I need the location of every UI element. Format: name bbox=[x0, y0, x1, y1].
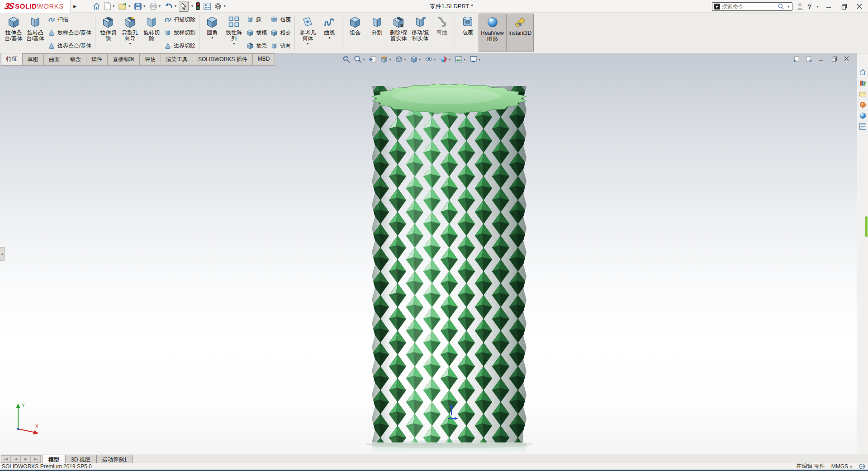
wrap-button-2[interactable]: 包覆 bbox=[457, 14, 479, 52]
first-tab-button[interactable]: |◀ bbox=[1, 455, 11, 463]
tab-sheet-metal[interactable]: 钣金 bbox=[65, 53, 86, 66]
close-button[interactable] bbox=[854, 1, 865, 11]
graphics-area[interactable]: 特征 草图 曲面 钣金 焊件 直接编辑 评估 渲染工具 SOLIDWORKS 插… bbox=[0, 53, 868, 454]
previous-tab-button[interactable]: ◀ bbox=[11, 455, 21, 463]
save-button[interactable]: ▼ bbox=[133, 1, 147, 12]
tab-motion-study-1[interactable]: 运动算例1 bbox=[96, 455, 133, 463]
hide-show-items-button[interactable]: ▼ bbox=[424, 54, 437, 64]
tab-direct-editing[interactable]: 直接编辑 bbox=[108, 53, 140, 66]
tab-model[interactable]: 模型 bbox=[43, 455, 65, 463]
revolved-cut-button[interactable]: 旋转切除 bbox=[141, 14, 162, 52]
user-login-icon[interactable] bbox=[796, 2, 804, 10]
globe-status-icon[interactable] bbox=[859, 463, 865, 470]
tab-render-tools[interactable]: 渲染工具 bbox=[161, 53, 193, 66]
view-settings-button[interactable]: ▼ bbox=[469, 54, 482, 64]
help-button[interactable]: ? bbox=[807, 3, 811, 10]
view-orientation-caret[interactable]: ▼ bbox=[403, 58, 407, 61]
reference-geometry-caret[interactable]: ▼ bbox=[306, 42, 309, 46]
lofted-cut-button[interactable]: 放样切割 bbox=[164, 29, 195, 37]
minimize-document-button[interactable] bbox=[816, 55, 826, 63]
print-button[interactable]: ▼ bbox=[148, 1, 162, 12]
menu-expand-arrow[interactable]: ▶ bbox=[71, 1, 79, 11]
custom-properties-button[interactable] bbox=[858, 122, 868, 131]
zoom-to-area-button[interactable]: ▼ bbox=[353, 54, 366, 64]
tab-mbd[interactable]: MBD bbox=[253, 53, 275, 66]
apply-scene-button[interactable]: ▼ bbox=[454, 54, 467, 64]
new-document-button[interactable]: ▼ bbox=[103, 1, 116, 12]
mirror-button[interactable]: 镜向 bbox=[270, 42, 291, 50]
open-button[interactable]: ▼ bbox=[117, 1, 132, 12]
boundary-boss-button[interactable]: 边界凸台/基体 bbox=[48, 42, 91, 50]
select-button[interactable] bbox=[179, 1, 189, 12]
new-document-caret[interactable]: ▼ bbox=[112, 5, 115, 8]
tab-evaluate[interactable]: 评估 bbox=[140, 53, 161, 66]
options-list-button[interactable] bbox=[202, 1, 212, 12]
view-orientation-button[interactable]: ▼ bbox=[394, 54, 408, 64]
realview-graphics-button[interactable]: RealView图形 bbox=[479, 14, 506, 52]
restore-document-button[interactable] bbox=[829, 55, 839, 63]
minimize-button[interactable] bbox=[823, 1, 835, 11]
file-explorer-button[interactable] bbox=[858, 89, 868, 99]
wrap-button[interactable]: 包覆 bbox=[270, 15, 291, 24]
window-next-button[interactable] bbox=[804, 55, 814, 63]
settings-button[interactable]: ▼ bbox=[213, 1, 227, 12]
swept-cut-button[interactable]: 扫描切除 bbox=[164, 15, 195, 24]
hole-wizard-caret[interactable]: ▼ bbox=[128, 42, 132, 46]
draft-button[interactable]: 拔模 bbox=[247, 29, 267, 37]
search-magnifier-icon[interactable] bbox=[778, 3, 784, 10]
revolved-boss-button[interactable]: 旋转凸台/基体 bbox=[24, 14, 46, 52]
taskpane-home-button[interactable] bbox=[858, 67, 868, 77]
section-view-button[interactable]: ▼ bbox=[379, 54, 393, 64]
previous-view-button[interactable] bbox=[368, 54, 378, 64]
extruded-boss-button[interactable]: 拉伸凸台/基体 bbox=[3, 14, 24, 52]
appearances-scenes-button[interactable] bbox=[858, 111, 868, 120]
lofted-boss-button[interactable]: 放样凸台/基体 bbox=[48, 29, 91, 37]
undo-button[interactable]: ▼ bbox=[163, 1, 178, 12]
zoom-to-fit-button[interactable] bbox=[342, 54, 351, 64]
print-caret[interactable]: ▼ bbox=[158, 5, 161, 8]
selection-traffic-light-button[interactable] bbox=[194, 1, 201, 12]
undo-caret[interactable]: ▼ bbox=[174, 5, 177, 8]
hole-wizard-button[interactable]: 异型孔向导 ▼ bbox=[119, 14, 141, 52]
edit-appearance-caret[interactable]: ▼ bbox=[448, 58, 451, 61]
zoom-caret[interactable]: ▼ bbox=[362, 58, 365, 61]
settings-caret[interactable]: ▼ bbox=[223, 5, 226, 8]
display-style-button[interactable]: ▼ bbox=[409, 54, 422, 64]
last-tab-button[interactable]: ▶| bbox=[31, 455, 41, 463]
fillet-button[interactable]: 圆角 ▼ bbox=[201, 14, 223, 52]
select-caret[interactable]: ▼ bbox=[190, 5, 194, 8]
flex-button[interactable]: 弯曲 bbox=[431, 14, 453, 52]
tab-weldments[interactable]: 焊件 bbox=[86, 53, 108, 66]
extruded-cut-button[interactable]: 拉伸切除 bbox=[97, 14, 119, 52]
tab-surfaces[interactable]: 曲面 bbox=[44, 53, 65, 66]
tab-3d-views[interactable]: 3D 视图 bbox=[65, 455, 96, 463]
section-caret[interactable]: ▼ bbox=[389, 58, 392, 61]
next-tab-button[interactable]: ▶ bbox=[21, 455, 31, 463]
view-settings-caret[interactable]: ▼ bbox=[478, 58, 481, 61]
fillet-caret[interactable]: ▼ bbox=[211, 36, 214, 40]
linear-pattern-button[interactable]: 线性阵列 ▼ bbox=[223, 14, 245, 52]
collapse-pane-tab[interactable]: ◂ bbox=[0, 247, 5, 261]
rib-button[interactable]: 筋 bbox=[247, 15, 267, 24]
window-previous-button[interactable] bbox=[791, 55, 801, 63]
intersect-button[interactable]: 相交 bbox=[270, 29, 291, 37]
search-options-caret[interactable]: ▼ bbox=[787, 5, 790, 8]
curves-caret[interactable]: ▼ bbox=[328, 36, 331, 40]
instant3d-button[interactable]: Instant3D bbox=[506, 14, 534, 52]
open-caret[interactable]: ▼ bbox=[128, 5, 131, 8]
tab-sketch[interactable]: 草图 bbox=[23, 53, 44, 66]
home-button[interactable] bbox=[91, 1, 102, 12]
model-3d-column[interactable] bbox=[363, 72, 539, 454]
tab-solidworks-addins[interactable]: SOLIDWORKS 插件 bbox=[193, 53, 253, 66]
delete-keep-body-button[interactable]: 删除/保留实体 bbox=[388, 14, 409, 52]
split-button[interactable]: 分割 bbox=[366, 14, 388, 52]
units-selector[interactable]: MMGS▼ bbox=[831, 463, 853, 470]
reference-geometry-button[interactable]: 参考几何体 ▼ bbox=[297, 14, 318, 52]
curves-button[interactable]: 曲线 ▼ bbox=[318, 14, 340, 52]
tab-features[interactable]: 特征 bbox=[1, 53, 23, 66]
combine-button[interactable]: 组合 bbox=[344, 14, 366, 52]
move-copy-body-button[interactable]: 移动/复制实体 bbox=[409, 14, 431, 52]
apply-scene-caret[interactable]: ▼ bbox=[463, 58, 466, 61]
help-caret[interactable]: ▼ bbox=[816, 5, 819, 8]
display-style-caret[interactable]: ▼ bbox=[418, 58, 422, 61]
